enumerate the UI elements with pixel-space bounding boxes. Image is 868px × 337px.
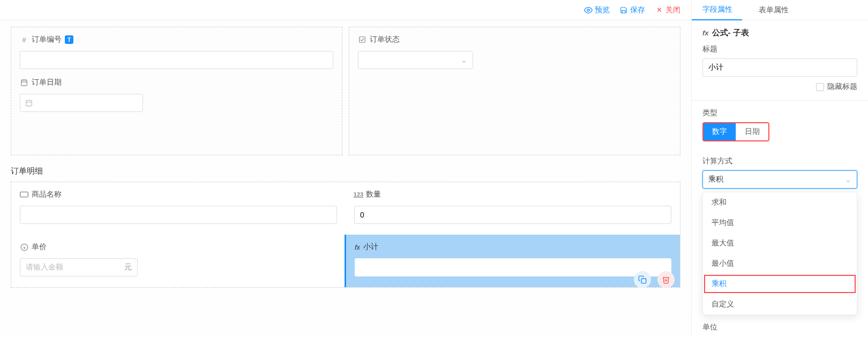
close-button[interactable]: ✕ 关闭 <box>655 5 680 15</box>
preview-label: 预览 <box>595 5 610 15</box>
type-label: 类型 <box>702 108 857 118</box>
price-placeholder: 请输入金额 <box>26 263 63 272</box>
eye-icon <box>584 6 593 14</box>
title-input[interactable] <box>702 58 857 77</box>
properties-sidebar: 字段属性 表单属性 fx 公式- 子表 标题 隐藏标题 类型 数字 日期 计算方… <box>691 0 868 337</box>
quantity-cell[interactable]: 123 数量 <box>346 182 680 235</box>
product-name-cell[interactable]: 商品名称 <box>11 182 346 235</box>
svg-rect-5 <box>26 100 32 106</box>
calc-selected-value: 乘积 <box>708 175 723 184</box>
chevron-down-icon: ⌄ <box>845 175 851 184</box>
close-label: 关闭 <box>665 5 680 15</box>
hash-icon: # <box>20 35 28 44</box>
order-status-label: 订单状态 <box>370 35 400 44</box>
price-input[interactable]: 请输入金额 元 <box>20 258 138 276</box>
product-name-input[interactable] <box>20 206 337 224</box>
calc-option-min[interactable]: 最小值 <box>703 253 857 274</box>
calendar-input-icon <box>25 99 33 107</box>
order-status-select[interactable]: ⌄ <box>358 51 473 69</box>
calc-option-product[interactable]: 乘积 <box>703 274 857 294</box>
price-cell[interactable]: ¥ 单价 请输入金额 元 <box>11 235 345 287</box>
svg-text:¥: ¥ <box>23 245 26 250</box>
subtable-title: 订单明细 <box>11 166 680 176</box>
tab-form-props[interactable]: 表单属性 <box>742 0 805 20</box>
svg-rect-1 <box>21 80 27 86</box>
t-badge-icon: T <box>65 35 73 44</box>
type-date-button[interactable]: 日期 <box>736 123 768 140</box>
subtotal-label: 小计 <box>363 242 378 252</box>
svg-rect-7 <box>360 37 365 43</box>
calc-select[interactable]: 乘积 ⌄ <box>702 170 857 189</box>
unit-label: 单位 <box>702 323 857 332</box>
order-date-input[interactable] <box>20 94 143 112</box>
text-field-icon <box>20 190 28 199</box>
calendar-icon <box>20 78 28 87</box>
chevron-down-icon: ⌄ <box>461 56 467 64</box>
currency-icon: ¥ <box>20 243 28 251</box>
order-status-card[interactable]: 订单状态 ⌄ <box>349 27 680 155</box>
fx-icon: fx <box>355 243 360 251</box>
hide-title-label: 隐藏标题 <box>827 82 857 92</box>
calc-option-sum[interactable]: 求和 <box>703 192 857 213</box>
subtotal-cell[interactable]: fx 小计 <box>345 235 680 287</box>
sidebar-tabs: 字段属性 表单属性 <box>692 0 868 20</box>
price-label: 单价 <box>32 242 47 252</box>
form-canvas: # 订单编号 T 订单日期 <box>0 20 691 337</box>
product-name-label: 商品名称 <box>32 190 62 199</box>
top-toolbar: 预览 保存 ✕ 关闭 <box>0 0 691 20</box>
order-no-input[interactable] <box>20 51 333 69</box>
type-number-button[interactable]: 数字 <box>704 123 736 140</box>
panel-title: fx 公式- 子表 <box>702 28 857 38</box>
svg-rect-8 <box>20 192 28 197</box>
calc-option-avg[interactable]: 平均值 <box>703 213 857 233</box>
hide-title-checkbox[interactable] <box>816 83 824 91</box>
close-icon: ✕ <box>655 6 663 14</box>
quantity-input[interactable] <box>354 206 671 224</box>
preview-button[interactable]: 预览 <box>584 5 610 15</box>
calc-label: 计算方式 <box>702 156 857 166</box>
type-button-group: 数字 日期 <box>702 122 769 141</box>
copy-button[interactable] <box>634 271 651 288</box>
save-button[interactable]: 保存 <box>619 5 645 15</box>
number-icon: 123 <box>354 190 363 199</box>
calc-option-max[interactable]: 最大值 <box>703 233 857 253</box>
order-no-label: 订单编号 <box>32 35 62 44</box>
delete-button[interactable] <box>657 271 675 288</box>
svg-point-0 <box>587 9 589 11</box>
svg-rect-11 <box>641 279 646 283</box>
quantity-label: 数量 <box>366 190 381 199</box>
tab-field-props[interactable]: 字段属性 <box>692 0 742 20</box>
title-label: 标题 <box>702 44 857 54</box>
save-icon <box>619 6 628 14</box>
checkbox-icon <box>358 35 366 44</box>
price-unit: 元 <box>124 263 132 272</box>
order-date-label: 订单日期 <box>32 78 62 87</box>
subtable-card: 商品名称 123 数量 <box>11 182 680 288</box>
order-no-card[interactable]: # 订单编号 T 订单日期 <box>11 27 342 155</box>
subtotal-input[interactable] <box>355 258 671 276</box>
calc-option-custom[interactable]: 自定义 <box>703 294 857 314</box>
calc-dropdown: 求和 平均值 最大值 最小值 乘积 自定义 <box>702 192 857 315</box>
fx-panel-icon: fx <box>702 29 709 37</box>
save-label: 保存 <box>630 5 645 15</box>
